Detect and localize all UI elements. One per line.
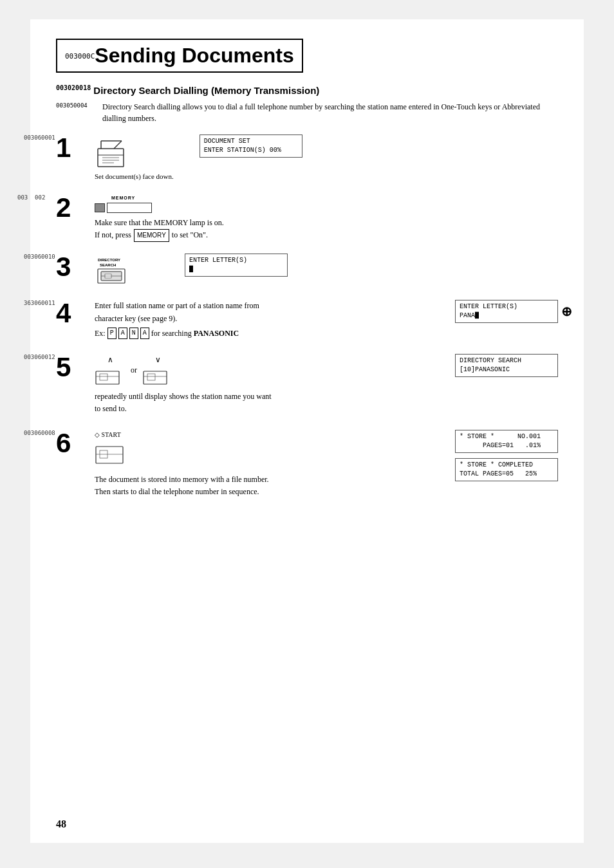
lcd-5: DIRECTORY SEARCH[10]PANASONIC [455,354,558,377]
svg-text:SEARCH: SEARCH [100,263,116,267]
header-prefix: 003000C [65,52,95,60]
key-a2: A [140,328,149,339]
section-title: 003020018 Directory Search Dialling (Mem… [56,84,558,96]
page: 003000CSending Documents 003020018 Direc… [30,19,584,843]
step-5-number: 5 [56,354,88,381]
step-3-code: 003060010 [24,254,55,260]
step-1-number: 1 [56,134,88,162]
step-4-content: Enter full station name or part of a sta… [95,300,429,340]
fax-document-icon [95,136,136,171]
step-6-code: 003060008 [24,430,55,436]
step-2-text: Make sure that the MEMORY lamp is on. If… [95,217,558,242]
step-6-text: The document is stored into memory with … [95,474,429,498]
step-6-content: ◇ START The document is stored into memo… [95,430,429,499]
up-arrow-button-icon [95,366,126,387]
step-4-number: 4 [56,300,88,327]
lcd-1: DOCUMENT SETENTER STATION(S) 00% [200,134,302,158]
down-arrow-button-icon [142,366,173,387]
step-3-row: 003060010 3 DIRECTORY SEARCH ENTER LETTE… [56,254,558,286]
arrow-down-label: ∨ [155,354,161,366]
step-2-content: MEMORY Make sure that the MEMORY lamp is… [95,194,558,242]
lcd-3: ENTER LETTER(S)█ [185,254,288,277]
step-3-number: 3 [56,254,88,281]
step-3-lcd: ENTER LETTER(S)█ [172,254,288,277]
step-1-lcd: DOCUMENT SETENTER STATION(S) 00% [187,134,302,158]
step-1-row: 003060001 1 Set document(s) face down. D… [56,134,558,180]
step-6-row: 003060008 6 ◇ START The document is stor… [56,430,558,499]
side-arrow-icon: ⊕ [561,304,572,319]
page-number: 48 [56,818,66,830]
step-1-label: Set document(s) face down. [95,172,174,180]
step-4-lcd: ENTER LETTER(S)PANA█ ⊕ [442,300,558,323]
step-6-number: 6 [56,430,88,457]
or-label: or [131,364,137,376]
key-n: N [129,328,138,339]
step-1-code: 003060001 [24,134,55,141]
step-4-example: Ex: P A N A for searching PANASONIC [95,328,429,340]
step-5-lcd: DIRECTORY SEARCH[10]PANASONIC [442,354,558,377]
svg-rect-15 [100,374,107,380]
step-5-code: 003060012 [24,354,55,360]
step-2-row: 003 002 2 MEMORY Make sure that the MEMO… [56,194,558,242]
step-3-icon: DIRECTORY SEARCH [95,254,159,286]
page-title: Sending Documents [95,44,293,67]
directory-search-icon: DIRECTORY SEARCH [95,255,136,286]
lcd-4: ENTER LETTER(S)PANA█ [455,300,558,323]
step-5-row: 003060012 5 ∧ or ∨ [56,354,558,416]
ex-suffix: for searching [151,328,192,340]
lcd-6a: * STORE * NO.001 PAGES=01 .01% [455,430,558,453]
ex-label: Ex: [95,328,106,340]
start-button-icon [95,441,130,466]
step-4-row: 363060011 4 Enter full station name or p… [56,300,558,340]
svg-text:DIRECTORY: DIRECTORY [98,258,120,262]
memory-lamp-indicator [95,203,105,212]
memory-key: MEMORY [134,229,169,242]
step-2-code: 003 002 [17,194,45,201]
page-header: 003000CSending Documents [56,39,303,73]
section-id: 003020018 [56,84,91,91]
start-label: ◇ START [95,430,429,440]
step-2-number: 2 [56,194,88,221]
step-4-code: 363060011 [24,300,55,306]
ex-bold: PANASONIC [194,328,239,340]
svg-line-3 [114,141,122,149]
memory-lamp-bar [107,203,152,213]
key-p: P [107,328,116,339]
step-5-content: ∧ or ∨ repe [95,354,429,416]
section-title-text: Directory Search Dialling (Memory Transm… [93,85,319,96]
intro-text: Directory Search dialling allows you to … [102,101,558,124]
step-5-text: repeatedly until display shows the stati… [95,391,429,415]
step-1-icon: Set document(s) face down. [95,134,174,180]
memory-label: MEMORY [95,194,152,201]
lcd-6b: * STORE * COMPLETEDTOTAL PAGES=05 25% [455,458,558,481]
svg-rect-18 [147,374,155,380]
step-4-text: Enter full station name or part of a sta… [95,300,429,324]
arrow-up-label: ∧ [107,354,113,366]
step-6-lcds: * STORE * NO.001 PAGES=01 .01% * STORE *… [442,430,558,481]
intro-code: 003050004 [56,101,102,109]
key-a: A [118,328,127,339]
